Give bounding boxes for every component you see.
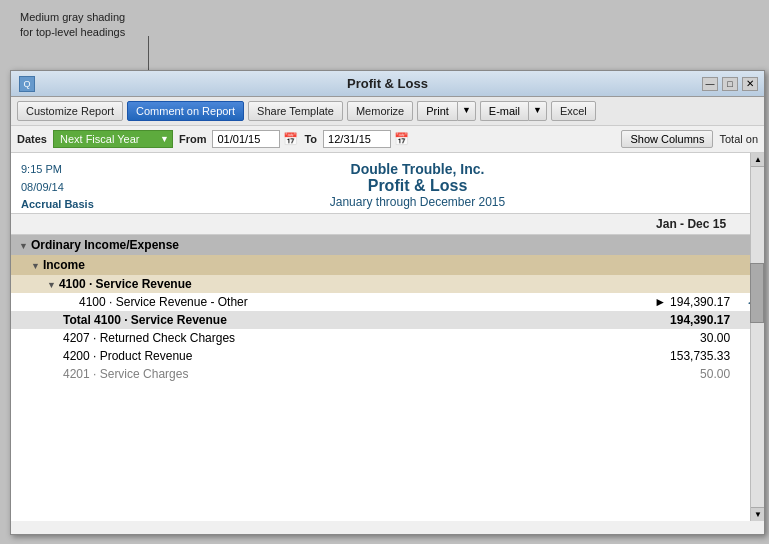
print-button-main[interactable]: Print xyxy=(417,101,457,121)
table-row: 4100 · Service Revenue - Other ►194,390.… xyxy=(11,293,764,311)
window-icon: Q xyxy=(19,76,35,92)
report-period: January through December 2015 xyxy=(91,195,744,209)
col-amount-header: Jan - Dec 15 xyxy=(618,214,738,235)
title-bar: Q Profit & Loss — □ ✕ xyxy=(11,71,764,97)
window-title: Profit & Loss xyxy=(347,76,428,91)
table-row: Income xyxy=(11,255,764,275)
customize-report-button[interactable]: Customize Report xyxy=(17,101,123,121)
report-title: Profit & Loss xyxy=(91,177,744,195)
annotation-top-left: Medium gray shading for top-level headin… xyxy=(20,10,125,41)
dates-bar: Dates Next Fiscal Year From 📅 To 📅 Show … xyxy=(11,126,764,153)
service-charges-amount: 50.00 xyxy=(618,365,738,383)
report-table: Jan - Dec 15 Ordinary Income/Expense Inc… xyxy=(11,213,764,383)
report-company-name: Double Trouble, Inc. xyxy=(91,161,744,177)
email-dropdown-arrow[interactable]: ▼ xyxy=(528,101,547,121)
print-button-split[interactable]: Print ▼ xyxy=(417,101,476,121)
email-button-main[interactable]: E-mail xyxy=(480,101,528,121)
column-header-row: Jan - Dec 15 xyxy=(11,214,764,235)
returned-check-label: 4207 · Returned Check Charges xyxy=(11,329,618,347)
from-label: From xyxy=(179,133,207,145)
dates-label: Dates xyxy=(17,133,47,145)
report-basis: Accrual Basis xyxy=(21,196,94,214)
memorize-button[interactable]: Memorize xyxy=(347,101,413,121)
row-arrow-icon: ► xyxy=(654,295,666,309)
window-controls: — □ ✕ xyxy=(702,77,758,91)
table-row: 4207 · Returned Check Charges 30.00 xyxy=(11,329,764,347)
income-heading: Income xyxy=(11,255,738,275)
scroll-down-button[interactable]: ▼ xyxy=(751,507,764,521)
main-window: Q Profit & Loss — □ ✕ Customize Report C… xyxy=(10,70,765,535)
scroll-thumb[interactable] xyxy=(750,263,764,323)
excel-button[interactable]: Excel xyxy=(551,101,596,121)
share-template-button[interactable]: Share Template xyxy=(248,101,343,121)
close-button[interactable]: ✕ xyxy=(742,77,758,91)
table-row: Total 4100 · Service Revenue 194,390.17 xyxy=(11,311,764,329)
restore-button[interactable]: □ xyxy=(722,77,738,91)
report-time: 9:15 PM xyxy=(21,161,94,179)
table-row: 4201 · Service Charges 50.00 xyxy=(11,365,764,383)
table-row: 4100 · Service Revenue xyxy=(11,275,764,293)
date-range-select-wrap[interactable]: Next Fiscal Year xyxy=(53,130,173,148)
report-header: Double Trouble, Inc. Profit & Loss Janua… xyxy=(11,153,764,213)
report-left-info: 9:15 PM 08/09/14 Accrual Basis xyxy=(21,161,94,214)
from-date-field: 📅 xyxy=(212,130,298,148)
returned-check-amount: 30.00 xyxy=(618,329,738,347)
vertical-scrollbar[interactable]: ▲ ▼ xyxy=(750,153,764,521)
from-calendar-icon[interactable]: 📅 xyxy=(283,132,298,146)
report-content: 9:15 PM 08/09/14 Accrual Basis Double Tr… xyxy=(11,153,764,521)
to-date-input[interactable] xyxy=(323,130,391,148)
table-row: Ordinary Income/Expense xyxy=(11,235,764,256)
table-row: 4200 · Product Revenue 153,735.33 xyxy=(11,347,764,365)
total-service-revenue-amount: 194,390.17 xyxy=(618,311,738,329)
service-revenue-other-amount: ►194,390.17 xyxy=(618,293,738,311)
date-range-select[interactable]: Next Fiscal Year xyxy=(53,130,173,148)
email-button-split[interactable]: E-mail ▼ xyxy=(480,101,547,121)
ordinary-income-heading: Ordinary Income/Expense xyxy=(11,235,738,256)
toolbar: Customize Report Comment on Report Share… xyxy=(11,97,764,126)
service-revenue-other-label: 4100 · Service Revenue - Other xyxy=(11,293,618,311)
total-service-revenue-label: Total 4100 · Service Revenue xyxy=(11,311,618,329)
scroll-up-button[interactable]: ▲ xyxy=(751,153,764,167)
to-label: To xyxy=(304,133,317,145)
comment-on-report-button[interactable]: Comment on Report xyxy=(127,101,244,121)
col-label-header xyxy=(11,214,618,235)
to-date-field: 📅 xyxy=(323,130,409,148)
from-date-input[interactable] xyxy=(212,130,280,148)
show-columns-button[interactable]: Show Columns xyxy=(621,130,713,148)
service-revenue-heading: 4100 · Service Revenue xyxy=(11,275,738,293)
service-charges-label: 4201 · Service Charges xyxy=(11,365,618,383)
product-revenue-amount: 153,735.33 xyxy=(618,347,738,365)
print-dropdown-arrow[interactable]: ▼ xyxy=(457,101,476,121)
product-revenue-label: 4200 · Product Revenue xyxy=(11,347,618,365)
report-date: 08/09/14 xyxy=(21,179,94,197)
to-calendar-icon[interactable]: 📅 xyxy=(394,132,409,146)
total-on-label: Total on xyxy=(719,133,758,145)
minimize-button[interactable]: — xyxy=(702,77,718,91)
